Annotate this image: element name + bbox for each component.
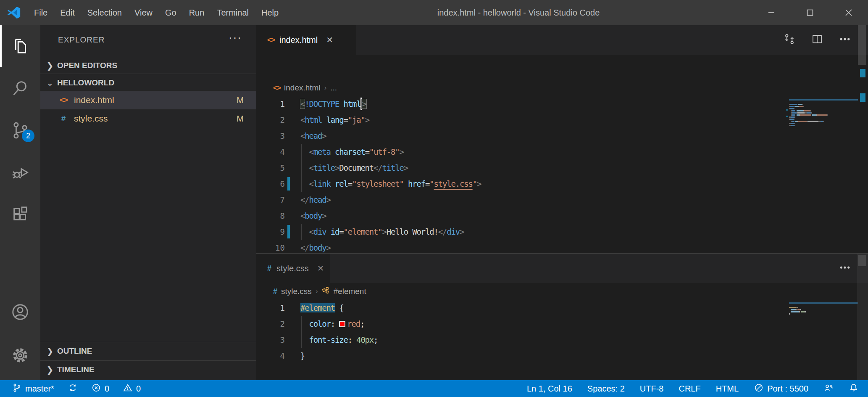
code-line-4[interactable]: 4 <meta charset="utf-8"> [256,144,868,160]
activity-search[interactable] [0,67,40,109]
status-crlf[interactable]: CRLF [679,384,700,394]
status-master-[interactable]: master* [12,383,54,395]
token: </ [438,227,447,236]
code-line-1[interactable]: 1<!DOCTYPE html> [256,96,868,112]
activity-source-control[interactable]: 2 [0,109,40,151]
code-editor-css[interactable]: 1#element {2 color: red;3 font-size: 40p… [256,300,868,380]
code-line-7[interactable]: 7</head> [256,192,868,208]
status-0[interactable]: 0 [91,383,109,395]
code-line-2[interactable]: 2<html lang="ja"> [256,112,868,128]
breadcrumb-item[interactable]: #element [334,287,366,296]
token: = [343,115,347,124]
status-0[interactable]: 0 [123,383,141,395]
maximize-button[interactable] [791,0,829,25]
code-line-3[interactable]: 3 font-size: 40px; [256,332,868,348]
breadcrumb-item[interactable]: index.html [284,83,321,93]
open-changes-icon[interactable] [783,33,796,47]
file-name: style.css [74,114,108,124]
token: > [322,211,326,220]
tab-index-html[interactable]: <>index.html✕ [256,25,356,55]
vscode-logo-icon[interactable] [0,5,28,20]
scrollbar-thumb[interactable] [858,25,866,65]
code-line-8[interactable]: 8<body> [256,208,868,224]
activity-run-debug[interactable] [0,151,40,193]
section-timeline[interactable]: ❯ TIMELINE [40,361,256,378]
breadcrumb-item[interactable]: style.css [281,287,312,296]
line-number: 7 [256,195,285,204]
file-item-index.html[interactable]: <>index.htmlM [40,91,256,109]
code-text: } [300,351,305,360]
code-line-5[interactable]: 5 <title>Document</title> [256,160,868,176]
code-line-2[interactable]: 2 color: red; [256,316,868,332]
section-outline[interactable]: ❯ OUTLINE [40,342,256,360]
minimap-line [789,120,858,122]
menu-file[interactable]: File [28,0,54,25]
token: id [331,227,339,236]
activity-settings[interactable] [0,334,40,376]
scrollbar-thumb[interactable] [858,255,866,266]
status-bell-icon[interactable] [849,383,859,395]
menu-go[interactable]: Go [159,0,183,25]
menu-view[interactable]: View [128,0,159,25]
status-html[interactable]: HTML [716,384,739,394]
close-tab-icon[interactable]: ✕ [317,263,324,273]
activity-explorer[interactable] [0,25,40,67]
code-line-6[interactable]: 6 <link rel="stylesheet" href="style.css… [256,176,868,192]
minimap-line [789,114,858,115]
menu-run[interactable]: Run [183,0,211,25]
split-editor-icon[interactable] [811,33,823,47]
file-item-style.css[interactable]: #style.cssM [40,109,256,128]
status-ln-1-col-16[interactable]: Ln 1, Col 16 [527,384,572,394]
menu-edit[interactable]: Edit [54,0,81,25]
breadcrumb-item[interactable]: ... [330,83,337,93]
menu-terminal[interactable]: Terminal [210,0,255,25]
status-left: master*00 [12,383,141,395]
close-tab-icon[interactable]: ✕ [326,35,333,45]
tab-style-css[interactable]: #style.css✕ [256,254,330,283]
token [300,147,309,156]
minimap[interactable] [789,302,858,311]
line-number: 1 [256,303,285,312]
minimap[interactable] [789,99,858,122]
code-line-9[interactable]: 9 <div id="element">Hello World!</div> [256,224,868,240]
status-sync-icon[interactable] [68,383,78,395]
token: { [339,303,343,312]
minimap-line [789,101,858,103]
minimize-button[interactable] [752,0,791,25]
token [300,319,309,328]
token: ; [360,319,364,328]
code-editor-html[interactable]: 1<!DOCTYPE html>2<html lang="ja">3<head>… [256,96,868,253]
token: red [347,319,360,328]
section-open-editors[interactable]: ❯ OPEN EDITORS [40,57,256,74]
token: div [447,227,460,236]
breadcrumb[interactable]: #style.css›#element [256,283,868,299]
menu-help[interactable]: Help [255,0,285,25]
scrollbar[interactable] [857,254,868,380]
activity-account[interactable] [0,291,40,333]
code-line-4[interactable]: 4} [256,348,868,364]
breadcrumb[interactable]: <>index.html›... [256,80,868,96]
code-line-1[interactable]: 1#element { [256,300,868,316]
section-helloworld[interactable]: ⌄ HELLOWORLD [40,74,256,91]
token: </ [300,243,309,252]
status-port-5500[interactable]: Port : 5500 [754,383,808,395]
css-file-icon: # [56,114,71,123]
css-file-icon: # [267,264,271,273]
minimap-modified-mark [786,109,788,111]
token: < [300,211,305,220]
more-actions-icon[interactable] [839,33,851,47]
code-line-3[interactable]: 3<head> [256,128,868,144]
line-number: 9 [256,227,285,236]
close-button[interactable] [829,0,868,25]
status-utf-8[interactable]: UTF-8 [640,384,664,394]
status-feedback-icon[interactable] [823,383,834,395]
more-actions-icon[interactable]: ··· [229,31,242,44]
status-spaces-2[interactable]: Spaces: 2 [587,384,625,394]
token: href [408,179,425,188]
token: title [313,163,335,172]
code-text: <html lang="ja"> [300,115,369,124]
more-actions-icon[interactable] [839,261,851,275]
activity-extensions[interactable] [0,193,40,236]
menu-selection[interactable]: Selection [81,0,128,25]
scrollbar[interactable] [857,25,868,253]
